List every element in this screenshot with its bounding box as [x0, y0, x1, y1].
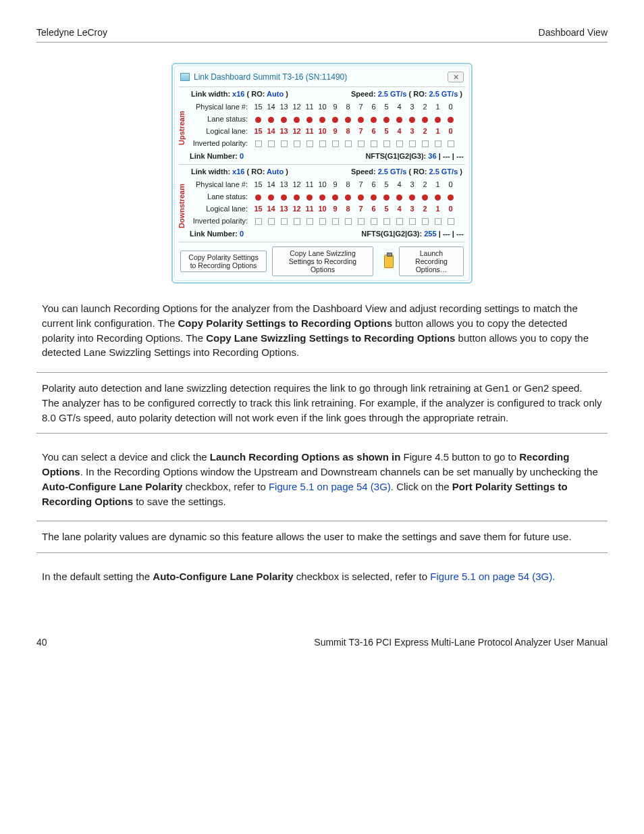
inverted-polarity-checkbox[interactable]	[380, 139, 393, 147]
checkbox-icon	[268, 218, 275, 225]
close-button[interactable]: ✕	[448, 72, 464, 82]
inverted-polarity-checkbox[interactable]	[367, 217, 380, 225]
logical-lane-value: 2	[419, 127, 431, 135]
inverted-polarity-checkbox[interactable]	[406, 139, 419, 147]
lane-header: 8	[342, 103, 354, 111]
status-dot-icon	[332, 117, 338, 123]
status-dot-icon	[448, 194, 454, 201]
inverted-polarity-checkbox[interactable]	[316, 217, 329, 225]
lane-header: 0	[444, 180, 457, 188]
page-number: 40	[36, 637, 47, 648]
checkbox-icon	[383, 140, 390, 147]
inverted-polarity-checkbox[interactable]	[277, 139, 290, 147]
upstream-speed: Speed: 2.5 GT/s ( RO: 2.5 GT/s )	[351, 90, 462, 98]
inverted-polarity-checkbox[interactable]	[290, 139, 303, 147]
status-dot-icon	[435, 117, 441, 123]
checkbox-icon	[409, 140, 416, 147]
lane-header: 4	[393, 180, 406, 188]
status-dot-icon	[358, 117, 364, 123]
inverted-polarity-checkbox[interactable]	[303, 139, 316, 147]
checkbox-icon	[281, 218, 288, 225]
downstream-speed: Speed: 2.5 GT/s ( RO: 2.5 GT/s )	[351, 167, 462, 176]
checkbox-icon	[345, 140, 352, 147]
lane-header: 13	[277, 103, 290, 111]
logical-lane-value: 5	[380, 205, 393, 213]
inverted-polarity-checkbox[interactable]	[393, 217, 406, 225]
lane-status-dot	[342, 115, 354, 123]
checkbox-icon	[409, 218, 416, 225]
upstream-lane-status-row: Lane status:	[190, 113, 464, 125]
logical-lane-value: 9	[329, 127, 342, 135]
lane-header: 14	[265, 180, 277, 188]
lane-status-dot	[419, 192, 431, 201]
status-dot-icon	[294, 117, 300, 123]
footer-title: Summit T3-16 PCI Express Multi-Lane Prot…	[314, 637, 608, 648]
logical-lane-value: 5	[380, 127, 393, 135]
checkbox-icon	[448, 218, 454, 225]
inverted-polarity-checkbox[interactable]	[316, 139, 329, 147]
launch-recording-button[interactable]: Launch Recording Options…	[399, 246, 464, 276]
inverted-polarity-checkbox[interactable]	[303, 217, 316, 225]
inverted-polarity-checkbox[interactable]	[393, 139, 406, 147]
lane-header: 1	[431, 180, 444, 188]
downstream-section: Downstream Link width: x16 ( RO: Auto ) …	[179, 164, 465, 242]
inverted-polarity-checkbox[interactable]	[419, 217, 431, 225]
logical-lane-value: 13	[277, 127, 290, 135]
checkbox-icon	[396, 218, 403, 225]
inverted-polarity-checkbox[interactable]	[329, 139, 342, 147]
lane-status-dot	[329, 192, 342, 201]
lane-header: 11	[303, 180, 316, 188]
inverted-polarity-checkbox[interactable]	[277, 217, 290, 225]
lane-status-dot	[431, 115, 444, 123]
header-right: Dashboard View	[539, 27, 608, 38]
lane-header: 10	[316, 180, 329, 188]
lane-status-dot	[290, 115, 303, 123]
logical-lane-value: 10	[316, 127, 329, 135]
paragraph-1: You can launch Recording Options for the…	[36, 301, 608, 360]
checkbox-icon	[396, 140, 403, 147]
figure-link-2[interactable]: Figure 5.1 on page 54 (3G).	[430, 571, 555, 582]
inverted-polarity-checkbox[interactable]	[431, 217, 444, 225]
inverted-polarity-checkbox[interactable]	[252, 139, 265, 147]
status-dot-icon	[255, 117, 261, 123]
logical-lane-value: 9	[329, 205, 342, 213]
checkbox-icon	[422, 140, 429, 147]
logical-lane-value: 12	[290, 127, 303, 135]
lane-status-dot	[316, 192, 329, 201]
copy-swizzling-button[interactable]: Copy Lane Swizzling Settings to Recordin…	[272, 246, 373, 276]
inverted-polarity-checkbox[interactable]	[406, 217, 419, 225]
inverted-polarity-checkbox[interactable]	[265, 139, 277, 147]
link-dashboard-window: Link Dashboard Summit T3-16 (SN:11490) ✕…	[171, 63, 473, 284]
lane-header: 7	[354, 103, 367, 111]
inverted-polarity-checkbox[interactable]	[265, 217, 277, 225]
checkbox-icon	[435, 218, 441, 225]
inverted-polarity-checkbox[interactable]	[380, 217, 393, 225]
inverted-polarity-checkbox[interactable]	[367, 139, 380, 147]
inverted-polarity-checkbox[interactable]	[329, 217, 342, 225]
inverted-polarity-checkbox[interactable]	[342, 217, 354, 225]
checkbox-icon	[294, 140, 300, 147]
copy-polarity-button[interactable]: Copy Polarity Settings to Recording Opti…	[180, 251, 267, 272]
status-dot-icon	[422, 194, 428, 201]
lane-status-dot	[419, 115, 431, 123]
lane-header: 3	[406, 180, 419, 188]
lane-header: 4	[393, 103, 406, 111]
inverted-polarity-checkbox[interactable]	[354, 139, 367, 147]
logical-lane-value: 4	[393, 127, 406, 135]
figure-link-1[interactable]: Figure 5.1 on page 54 (3G)	[269, 481, 391, 492]
inverted-polarity-checkbox[interactable]	[431, 139, 444, 147]
lane-status-dot	[290, 192, 303, 201]
inverted-polarity-checkbox[interactable]	[354, 217, 367, 225]
logical-lane-value: 0	[444, 205, 457, 213]
checkbox-icon	[332, 140, 339, 147]
lane-status-dot	[380, 192, 393, 201]
downstream-logical-lane-row: Logical lane: 1514131211109876543210	[190, 203, 464, 215]
downstream-nfts: NFTS(G1|G2|G3): 255 | --- | ---	[361, 230, 464, 238]
inverted-polarity-checkbox[interactable]	[444, 139, 457, 147]
inverted-polarity-checkbox[interactable]	[419, 139, 431, 147]
inverted-polarity-checkbox[interactable]	[342, 139, 354, 147]
logical-lane-value: 0	[444, 127, 457, 135]
inverted-polarity-checkbox[interactable]	[290, 217, 303, 225]
inverted-polarity-checkbox[interactable]	[444, 217, 457, 225]
inverted-polarity-checkbox[interactable]	[252, 217, 265, 225]
